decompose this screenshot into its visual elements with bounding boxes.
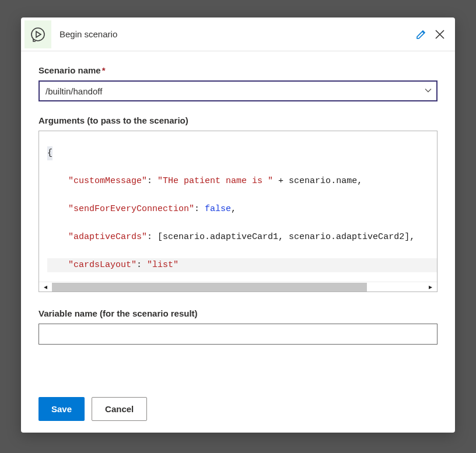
horizontal-scrollbar[interactable]: ◂ ▸: [39, 282, 437, 292]
variable-name-label: Variable name (for the scenario result): [38, 308, 438, 318]
arguments-label: Arguments (to pass to the scenario): [38, 115, 438, 125]
cancel-button[interactable]: Cancel: [92, 397, 147, 421]
variable-name-input[interactable]: [38, 324, 438, 345]
arguments-editor[interactable]: { "customMessage": "THe patient name is …: [38, 131, 438, 292]
scroll-right-icon[interactable]: ▸: [424, 283, 437, 291]
panel-header: Begin scenario: [21, 17, 455, 51]
scroll-left-icon[interactable]: ◂: [39, 283, 52, 291]
scenario-name-label-text: Scenario name: [38, 65, 101, 75]
begin-scenario-panel: Begin scenario Scenario name* Arguments …: [21, 17, 455, 433]
edit-button[interactable]: [412, 25, 430, 44]
scroll-track[interactable]: [52, 282, 424, 292]
scroll-thumb[interactable]: [52, 283, 367, 292]
svg-point-0: [32, 28, 44, 41]
required-marker: *: [101, 65, 106, 75]
scenario-name-input[interactable]: [38, 80, 438, 101]
actions-bar: Save Cancel: [38, 381, 438, 427]
save-button[interactable]: Save: [38, 397, 85, 421]
panel-title: Begin scenario: [51, 29, 412, 39]
panel-body: Scenario name* Arguments (to pass to the…: [21, 51, 455, 433]
scenario-name-select[interactable]: [38, 80, 438, 101]
scenario-name-label: Scenario name*: [38, 65, 438, 75]
code-area[interactable]: { "customMessage": "THe patient name is …: [39, 131, 437, 282]
scenario-run-icon: [24, 20, 51, 48]
close-button[interactable]: [430, 25, 449, 44]
code-open-brace: {: [47, 146, 52, 160]
